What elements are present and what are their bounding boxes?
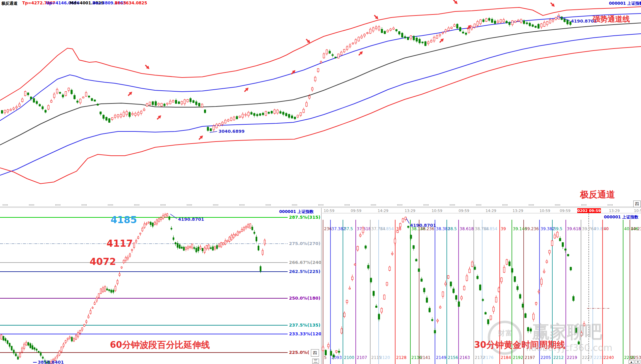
trend-arrow-icon bbox=[198, 134, 204, 141]
candle-body bbox=[359, 235, 361, 236]
time-axis-label: 09:59 bbox=[351, 209, 361, 213]
candle-body bbox=[1, 111, 3, 113]
time-cycle-bottom-label: 2149 bbox=[436, 355, 446, 360]
candle-body bbox=[100, 112, 101, 114]
axis-tick bbox=[31, 204, 32, 206]
time-axis-label: 13:29 bbox=[405, 209, 415, 213]
scroll-up-button[interactable]: ▲ bbox=[629, 360, 634, 364]
candle-body bbox=[251, 112, 252, 114]
trend-arrow-icon bbox=[438, 37, 445, 43]
scroll-box-button[interactable] bbox=[635, 360, 640, 364]
axis-tick bbox=[318, 204, 319, 206]
trading-app-window: 极反通道 Tp=4272.7867 Up=4146.0696 Md=4001.4… bbox=[0, 0, 641, 364]
axis-tick bbox=[110, 204, 111, 206]
candle-body bbox=[479, 285, 481, 290]
candle-body bbox=[551, 241, 553, 246]
candle-body bbox=[201, 104, 203, 107]
axis-tick bbox=[428, 204, 429, 206]
candle-body bbox=[111, 290, 112, 292]
layout-tab-si[interactable]: 四 bbox=[633, 201, 641, 207]
candle-body bbox=[546, 261, 548, 263]
axis-tick bbox=[450, 204, 450, 206]
axis-tick bbox=[190, 204, 191, 206]
left-chart-title: 60分钟波段百分比延伸线 bbox=[110, 339, 210, 351]
candle-body bbox=[471, 27, 473, 29]
candle-body bbox=[413, 36, 415, 40]
candle-body bbox=[378, 27, 380, 30]
axis-tick bbox=[452, 204, 453, 206]
candle-body bbox=[207, 127, 209, 130]
candle-body bbox=[265, 111, 267, 115]
candle-body bbox=[172, 100, 174, 102]
left-chart-panel[interactable]: 287.5%(315)275.0%(270)266.67%(240)262.5%… bbox=[0, 208, 322, 364]
candle-body bbox=[194, 247, 195, 249]
top-chart-panel[interactable]: 极反通道 Tp=4272.7867 Up=4146.0696 Md=4001.4… bbox=[0, 0, 641, 208]
time-cycle-bottom-label: 2184 bbox=[501, 355, 511, 360]
candle-body bbox=[544, 22, 545, 26]
candle-body bbox=[78, 333, 79, 337]
candle-body bbox=[7, 341, 8, 344]
candle-body bbox=[152, 223, 153, 226]
axis-tick bbox=[267, 204, 267, 206]
axis-tick bbox=[584, 204, 584, 206]
candle-body bbox=[198, 247, 199, 251]
fib-extension-label: 250.0%(180) bbox=[289, 296, 320, 301]
candle-body bbox=[410, 36, 412, 39]
right-chart-panel[interactable]: 236537.382209337.5210037.618210737.76421… bbox=[322, 208, 641, 364]
candle-body bbox=[198, 103, 200, 106]
candle-body bbox=[169, 217, 170, 220]
candle-body bbox=[105, 286, 106, 291]
candle-body bbox=[500, 20, 502, 22]
candle-body bbox=[442, 292, 444, 296]
time-cycle-bottom-label: 2212 bbox=[553, 355, 564, 360]
candle-body bbox=[457, 24, 458, 28]
candle-body bbox=[402, 219, 404, 222]
candle-body bbox=[146, 103, 148, 106]
candle-body bbox=[338, 54, 339, 58]
candle-body bbox=[538, 24, 540, 28]
axis-tick bbox=[108, 204, 108, 206]
candle-body bbox=[135, 113, 136, 116]
layout-tab-three[interactable]: 三 bbox=[312, 359, 319, 364]
axis-tick bbox=[188, 204, 188, 206]
time-axis-label: 10:59 bbox=[634, 209, 641, 213]
candle-body bbox=[354, 264, 356, 265]
candle-body bbox=[482, 299, 484, 301]
candle-body bbox=[241, 229, 242, 231]
panel-divider bbox=[321, 208, 322, 364]
axis-tick bbox=[297, 204, 297, 206]
candle-body bbox=[117, 280, 118, 284]
axis-tick bbox=[29, 204, 29, 206]
fib-extension-label: 262.5%(225) bbox=[289, 269, 320, 274]
candle-body bbox=[288, 114, 290, 118]
candle-body bbox=[239, 232, 240, 233]
layout-tab-four[interactable]: 四 bbox=[311, 349, 319, 357]
axis-tick bbox=[557, 204, 558, 206]
top-chart-canvas[interactable] bbox=[0, 0, 641, 208]
candle-body bbox=[378, 314, 380, 319]
time-axis-label: 13:29 bbox=[609, 209, 620, 213]
candle-body bbox=[111, 118, 113, 120]
candle-body bbox=[148, 222, 149, 223]
trend-arrow-icon bbox=[549, 1, 556, 8]
candle-body bbox=[36, 349, 37, 351]
candle-body bbox=[390, 29, 391, 30]
candle-body bbox=[564, 249, 566, 250]
candle-body bbox=[254, 113, 255, 116]
candle-body bbox=[223, 243, 224, 245]
candle-body bbox=[231, 235, 232, 240]
candle-body bbox=[242, 114, 243, 117]
time-axis-label: 14:29 bbox=[486, 209, 496, 213]
candle-body bbox=[221, 243, 222, 247]
candle-body bbox=[543, 271, 545, 272]
candle-body bbox=[42, 357, 43, 358]
axis-tick bbox=[270, 204, 271, 206]
candle-body bbox=[103, 115, 105, 118]
time-cycle-top-label: 38.618 bbox=[460, 226, 474, 231]
candle-body bbox=[312, 88, 313, 90]
time-cycle-top-label: 38.854 bbox=[483, 226, 497, 231]
candle-body bbox=[86, 321, 87, 323]
trend-arrow-icon bbox=[144, 64, 150, 70]
candle-body bbox=[15, 354, 17, 356]
candle-body bbox=[562, 243, 564, 247]
